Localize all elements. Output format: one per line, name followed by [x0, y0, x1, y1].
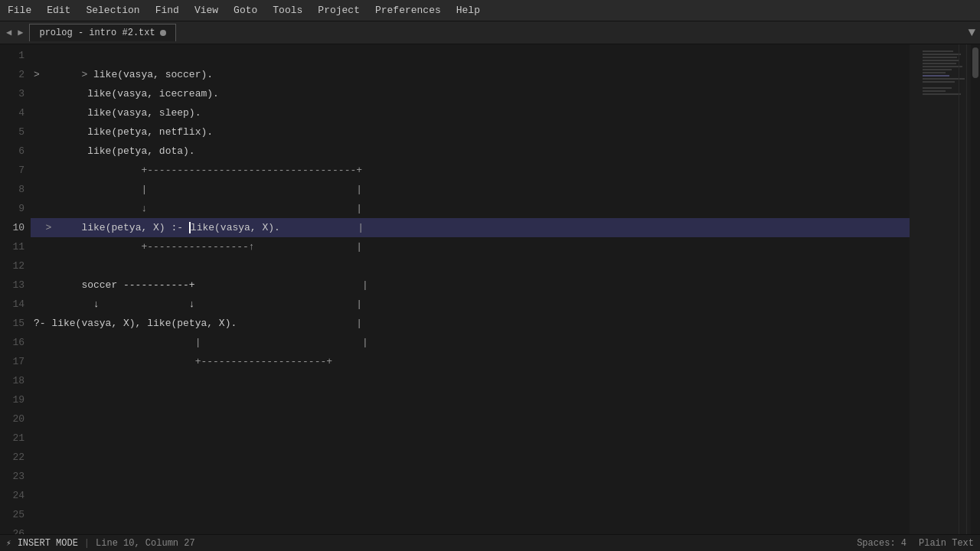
- svg-rect-8: [923, 75, 949, 77]
- box-line-11: +-----------------↑ |: [34, 241, 362, 253]
- svg-rect-13: [923, 90, 946, 92]
- line-num-22: 22: [6, 448, 24, 467]
- code-line-21: [31, 429, 910, 448]
- line-num-10: 10: [6, 218, 24, 237]
- line-num-24: 24: [6, 486, 24, 505]
- line-num-25: 25: [6, 505, 24, 524]
- code-line-20: [31, 409, 910, 429]
- line-num-16: 16: [6, 333, 24, 352]
- status-separator: |: [84, 538, 90, 549]
- status-left: ⚡ INSERT MODE | Line 10, Column 27: [6, 538, 195, 549]
- code-line-16: | |: [31, 333, 910, 352]
- status-mode: INSERT MODE: [18, 538, 78, 549]
- line-num-21: 21: [6, 429, 24, 448]
- menu-find[interactable]: Find: [148, 2, 187, 19]
- code-line-5: like(petya, netflix).: [31, 122, 910, 142]
- menu-tools[interactable]: Tools: [265, 2, 310, 19]
- line-num-17: 17: [6, 352, 24, 371]
- minimap[interactable]: [910, 44, 971, 534]
- svg-rect-10: [923, 81, 955, 83]
- box-line-16: | |: [34, 337, 368, 348]
- code-line-25: [31, 505, 910, 524]
- menu-edit[interactable]: Edit: [39, 2, 78, 19]
- code-line-23: [31, 467, 910, 486]
- line-num-11: 11: [6, 237, 24, 256]
- tab-prolog[interactable]: prolog - intro #2.txt: [29, 24, 175, 41]
- menu-project[interactable]: Project: [310, 2, 368, 19]
- svg-rect-6: [923, 69, 952, 70]
- line-num-23: 23: [6, 467, 24, 486]
- code-line-17: +---------------------+: [31, 352, 910, 371]
- code-line-9: ↓ |: [31, 199, 910, 218]
- code-line-4: like(vasya, sleep).: [31, 103, 910, 122]
- svg-rect-7: [923, 72, 946, 73]
- scrollbar-thumb[interactable]: [972, 47, 978, 78]
- code-line-26: [31, 524, 910, 534]
- tab-left-arrow[interactable]: ◀: [3, 27, 15, 38]
- code-line-12: [31, 256, 910, 276]
- editor-container: 1 2 3 4 5 6 7 8 9 10 11 12 13 14 15 16 1…: [0, 44, 980, 534]
- line-num-1: 1: [6, 46, 24, 65]
- box-line-7: +-----------------------------------+: [34, 165, 362, 176]
- menu-view[interactable]: View: [187, 2, 226, 19]
- svg-rect-5: [923, 66, 962, 67]
- line-num-3: 3: [6, 84, 24, 103]
- line-num-12: 12: [6, 256, 24, 276]
- line-num-14: 14: [6, 295, 24, 314]
- code-line-14: ↓ ↓ |: [31, 295, 910, 314]
- menu-help[interactable]: Help: [449, 2, 488, 19]
- svg-rect-12: [923, 87, 952, 89]
- status-spaces: Spaces: 4: [857, 538, 906, 549]
- svg-rect-3: [923, 60, 959, 61]
- menu-goto[interactable]: Goto: [226, 2, 265, 19]
- menu-preferences[interactable]: Preferences: [368, 2, 449, 19]
- line-num-13: 13: [6, 276, 24, 295]
- minimap-divider-1: [959, 44, 959, 534]
- line-num-19: 19: [6, 390, 24, 409]
- code-line-3: like(vasya, icecream).: [31, 84, 910, 103]
- line-num-6: 6: [6, 142, 24, 161]
- status-icon: ⚡: [6, 538, 11, 548]
- code-line-13: soccer -----------+ |: [31, 276, 910, 295]
- menu-selection[interactable]: Selection: [78, 2, 147, 19]
- vertical-scrollbar[interactable]: [971, 44, 980, 534]
- tab-dropdown-icon[interactable]: ▼: [968, 26, 975, 40]
- text-cursor: [189, 222, 191, 233]
- minimap-divider-2: [966, 44, 967, 534]
- code-line-8: | |: [31, 180, 910, 199]
- gt-indicator-2: > >: [34, 69, 93, 80]
- line-num-15: 15: [6, 314, 24, 333]
- status-position: Line 10, Column 27: [96, 538, 195, 549]
- code-line-2: > > like(vasya, soccer).: [31, 65, 910, 84]
- code-editor[interactable]: > > like(vasya, soccer). like(vasya, ice…: [31, 44, 910, 534]
- box-line-17: +---------------------+: [34, 356, 332, 367]
- code-line-10: > like(petya, X) :- like(vasya, X). |: [31, 218, 910, 237]
- svg-rect-0: [923, 51, 953, 52]
- svg-rect-14: [923, 93, 961, 95]
- code-line-18: [31, 371, 910, 390]
- code-line-6: like(petya, dota).: [31, 142, 910, 161]
- box-line-8: | |: [34, 184, 362, 195]
- statusbar: ⚡ INSERT MODE | Line 10, Column 27 Space…: [0, 534, 980, 551]
- code-line-11: +-----------------↑ |: [31, 237, 910, 256]
- svg-rect-1: [923, 54, 961, 55]
- line-numbers: 1 2 3 4 5 6 7 8 9 10 11 12 13 14 15 16 1…: [0, 44, 31, 534]
- line-num-2: 2: [6, 65, 24, 84]
- line-num-26: 26: [6, 524, 24, 534]
- code-line-22: [31, 448, 910, 467]
- menubar: File Edit Selection Find View Goto Tools…: [0, 0, 980, 21]
- gt-indicator-10: >: [46, 222, 82, 233]
- code-line-15: ?- like(vasya, X), like(petya, X). |: [31, 314, 910, 333]
- code-line-19: [31, 390, 910, 409]
- line-num-18: 18: [6, 371, 24, 390]
- code-line-1: [31, 46, 910, 65]
- line-num-8: 8: [6, 180, 24, 199]
- code-line-7: +-----------------------------------+: [31, 161, 910, 180]
- menu-file[interactable]: File: [0, 2, 39, 19]
- status-filetype: Plain Text: [919, 538, 974, 549]
- tab-right-arrow[interactable]: ▶: [15, 27, 26, 38]
- tab-modified-indicator: [160, 30, 166, 36]
- status-right: Spaces: 4 Plain Text: [857, 538, 974, 549]
- code-line-24: [31, 486, 910, 505]
- tabbar: ◀ ▶ prolog - intro #2.txt ▼: [0, 21, 980, 44]
